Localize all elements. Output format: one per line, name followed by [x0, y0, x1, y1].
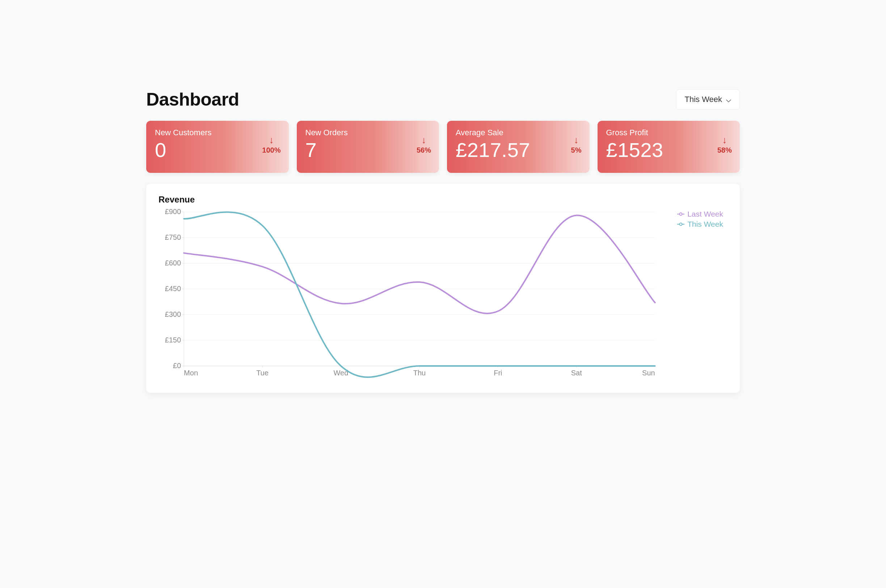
- stat-card-label: New Orders: [305, 128, 431, 137]
- arrow-down-icon: ↓: [417, 135, 431, 145]
- legend-item-last-week[interactable]: Last Week: [677, 210, 723, 218]
- stat-card-value: £1523: [606, 140, 731, 161]
- svg-text:£0: £0: [173, 362, 181, 370]
- svg-text:Sun: Sun: [642, 369, 655, 377]
- period-dropdown-label: This Week: [684, 95, 722, 104]
- svg-text:Mon: Mon: [184, 369, 198, 377]
- svg-text:£750: £750: [165, 233, 181, 241]
- page-title: Dashboard: [146, 89, 239, 110]
- svg-point-40: [680, 223, 682, 226]
- stat-card-trend: ↓ 5%: [571, 135, 582, 154]
- legend-label: Last Week: [687, 210, 723, 218]
- svg-text:Thu: Thu: [413, 369, 426, 377]
- stat-card-trend: ↓ 56%: [417, 135, 431, 154]
- stat-card-trend-pct: 56%: [417, 146, 431, 154]
- chevron-down-icon: [726, 96, 731, 102]
- header: Dashboard This Week: [146, 89, 740, 110]
- stat-card-value: £217.57: [456, 140, 581, 161]
- svg-text:£450: £450: [165, 285, 181, 292]
- svg-text:£600: £600: [165, 259, 181, 267]
- svg-text:Tue: Tue: [256, 369, 269, 377]
- legend-marker-icon: [677, 222, 684, 226]
- stat-card-new-customers[interactable]: New Customers 0 ↓ 100%: [146, 121, 289, 173]
- stat-card-label: Average Sale: [456, 128, 581, 137]
- stat-card-trend-pct: 5%: [571, 146, 582, 154]
- chart-title: Revenue: [158, 195, 728, 205]
- stat-card-trend-pct: 100%: [262, 146, 280, 154]
- legend-label: This Week: [687, 220, 723, 228]
- chart-wrap: £0£150£300£450£600£750£900MonTueWedThuFr…: [158, 207, 728, 380]
- period-dropdown[interactable]: This Week: [676, 89, 740, 110]
- stat-card-trend: ↓ 100%: [262, 135, 280, 154]
- stat-card-trend: ↓ 58%: [718, 135, 732, 154]
- svg-point-38: [680, 213, 682, 216]
- arrow-down-icon: ↓: [571, 135, 582, 145]
- svg-text:£150: £150: [165, 336, 181, 344]
- stat-cards: New Customers 0 ↓ 100% New Orders 7 ↓ 56…: [146, 121, 740, 173]
- svg-text:£300: £300: [165, 310, 181, 318]
- revenue-chart: £0£150£300£450£600£750£900MonTueWedThuFr…: [158, 207, 728, 380]
- arrow-down-icon: ↓: [718, 135, 732, 145]
- stat-card-average-sale[interactable]: Average Sale £217.57 ↓ 5%: [447, 121, 590, 173]
- legend-item-this-week[interactable]: This Week: [677, 220, 723, 228]
- stat-card-trend-pct: 58%: [718, 146, 732, 154]
- stat-card-value: 7: [305, 140, 431, 161]
- stat-card-label: New Customers: [155, 128, 280, 137]
- stat-card-label: Gross Profit: [606, 128, 731, 137]
- stat-card-new-orders[interactable]: New Orders 7 ↓ 56%: [297, 121, 439, 173]
- legend-marker-icon: [677, 212, 684, 216]
- stat-card-value: 0: [155, 140, 280, 161]
- svg-text:Sat: Sat: [571, 369, 582, 377]
- arrow-down-icon: ↓: [262, 135, 280, 145]
- stat-card-gross-profit[interactable]: Gross Profit £1523 ↓ 58%: [597, 121, 740, 173]
- dashboard-panel: Dashboard This Week New Customers 0 ↓ 10…: [128, 72, 758, 414]
- svg-text:Fri: Fri: [494, 369, 502, 377]
- revenue-chart-card: Revenue £0£150£300£450£600£750£900MonTue…: [146, 184, 740, 393]
- chart-legend: Last Week This Week: [677, 210, 723, 230]
- svg-text:£900: £900: [165, 208, 181, 216]
